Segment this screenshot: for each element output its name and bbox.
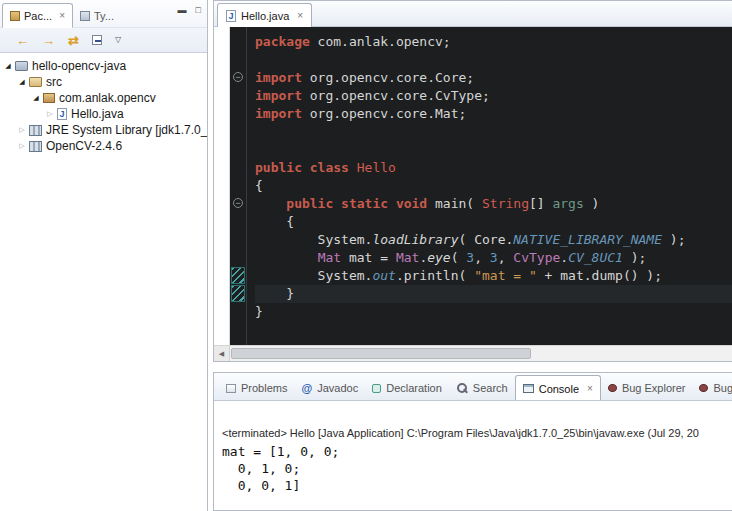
- editor-panel: J Hello.java × −− package com.anlak.open…: [213, 0, 732, 362]
- code-line[interactable]: import org.opencv.core.CvType;: [255, 87, 732, 105]
- tree-item-label: Hello.java: [71, 107, 124, 121]
- code-line[interactable]: package com.anlak.opencv;: [255, 33, 732, 51]
- expanded-arrow-icon[interactable]: ◢: [2, 62, 14, 70]
- console-status-line: <terminated> Hello [Java Application] C:…: [222, 427, 732, 439]
- tree-item-src[interactable]: ◢src: [0, 74, 207, 90]
- bug-icon: [608, 384, 617, 392]
- minimize-icon[interactable]: ▬: [178, 5, 187, 15]
- view-tab-label: Console: [539, 383, 579, 395]
- code-line[interactable]: {: [255, 177, 732, 195]
- code-editor[interactable]: −− package com.anlak.opencv; import org.…: [214, 27, 732, 345]
- console-icon: [523, 384, 534, 393]
- tree-item-hello-opencv-java[interactable]: ◢hello-opencv-java: [0, 58, 207, 74]
- code-line[interactable]: import org.opencv.core.Mat;: [255, 105, 732, 123]
- fold-collapse-icon[interactable]: −: [233, 72, 243, 82]
- back-button[interactable]: ←: [16, 34, 29, 47]
- java-file-icon: J: [57, 108, 67, 120]
- editor-tab-hello-java[interactable]: J Hello.java ×: [217, 3, 312, 27]
- annotation-ruler: [214, 27, 230, 345]
- search-icon: [456, 382, 468, 394]
- fold-collapse-icon[interactable]: −: [233, 198, 243, 208]
- console-output-line: 0, 1, 0;: [222, 460, 732, 477]
- view-tab-declaration[interactable]: Declaration: [365, 376, 449, 400]
- code-line[interactable]: {: [255, 213, 732, 231]
- link-with-editor-button[interactable]: ⇄: [68, 34, 79, 47]
- left-tab-area: Pac...×Ty... ▬ □: [0, 0, 207, 27]
- view-tab-label: Javadoc: [317, 382, 358, 394]
- collapse-all-icon: [92, 35, 102, 45]
- code-line[interactable]: public class Hello: [255, 159, 732, 177]
- close-icon[interactable]: ×: [587, 383, 593, 394]
- view-tab-label: Problems: [241, 382, 287, 394]
- console-view: <terminated> Hello [Java Application] C:…: [214, 401, 732, 494]
- project-icon: [15, 61, 28, 71]
- code-line[interactable]: }: [255, 303, 732, 321]
- tree-item-label: JRE System Library [jdk1.7.0_25]: [46, 123, 208, 137]
- annotation-hatch: [231, 267, 245, 284]
- code-line[interactable]: public static void main( String[] args ): [255, 195, 732, 213]
- maximize-icon[interactable]: □: [196, 5, 201, 15]
- view-menu-button[interactable]: ▽: [115, 36, 121, 44]
- tree-item-label: OpenCV-2.4.6: [46, 139, 122, 153]
- code-line[interactable]: System.out.println( "mat = " + mat.dump(…: [255, 267, 732, 285]
- eclipse-window: Pac...×Ty... ▬ □ ← → ⇄ ▽ ◢hello-opencv-j…: [0, 0, 732, 511]
- folding-ruler: −−: [230, 27, 247, 345]
- editor-tab-label: Hello.java: [241, 10, 289, 22]
- close-icon[interactable]: ×: [297, 10, 303, 21]
- collapsed-arrow-icon[interactable]: ▷: [16, 142, 28, 150]
- view-tab-label: Declaration: [386, 382, 442, 394]
- console-output[interactable]: mat = [1, 0, 0; 0, 1, 0; 0, 0, 1]: [222, 443, 732, 494]
- forward-button[interactable]: →: [42, 34, 55, 47]
- view-tab-javadoc[interactable]: @Javadoc: [294, 376, 365, 400]
- code-line[interactable]: [255, 51, 732, 69]
- code-line[interactable]: [255, 123, 732, 141]
- view-tab-ty[interactable]: Ty...: [73, 4, 121, 27]
- view-tab-console[interactable]: Console×: [515, 375, 601, 401]
- view-tab-pac[interactable]: Pac...×: [2, 3, 73, 28]
- library-icon: [29, 141, 42, 152]
- close-icon[interactable]: ×: [59, 10, 65, 21]
- collapsed-arrow-icon[interactable]: ▷: [44, 110, 56, 118]
- package-explorer-toolbar: ← → ⇄ ▽: [0, 27, 207, 52]
- scrollbar-thumb[interactable]: [231, 348, 531, 359]
- code-line[interactable]: import org.opencv.core.Core;: [255, 69, 732, 87]
- java-file-icon: J: [226, 10, 236, 22]
- tree-item-label: hello-opencv-java: [32, 59, 126, 73]
- library-icon: [29, 125, 42, 136]
- code-area[interactable]: package com.anlak.opencv; import org.ope…: [247, 27, 732, 345]
- collapse-all-button[interactable]: [92, 34, 102, 47]
- scroll-left-arrow-icon[interactable]: ◀: [214, 346, 230, 361]
- expanded-arrow-icon[interactable]: ◢: [16, 78, 28, 86]
- javadoc-icon: @: [301, 382, 312, 394]
- annotation-hatch: [231, 285, 245, 302]
- project-tree: ◢hello-opencv-java◢src◢com.anlak.opencv▷…: [0, 53, 207, 154]
- view-tab-bug[interactable]: Bug: [692, 376, 732, 400]
- package-explorer-header: Pac...×Ty... ▬ □ ← → ⇄ ▽: [0, 0, 207, 53]
- problems-icon: [226, 384, 236, 393]
- editor-tab-bar: J Hello.java ×: [214, 1, 732, 27]
- code-line[interactable]: System.loadLibrary( Core.NATIVE_LIBRARY_…: [255, 231, 732, 249]
- code-line[interactable]: [255, 141, 732, 159]
- tree-item-com-anlak-opencv[interactable]: ◢com.anlak.opencv: [0, 90, 207, 106]
- horizontal-scrollbar[interactable]: ◀: [214, 345, 732, 361]
- bug-icon: [699, 384, 708, 392]
- tree-item-hello-java[interactable]: ▷JHello.java: [0, 106, 207, 122]
- view-tab-label: Ty...: [94, 10, 114, 22]
- code-line[interactable]: Mat mat = Mat.eye( 3, 3, CvType.CV_8UC1 …: [255, 249, 732, 267]
- collapsed-arrow-icon[interactable]: ▷: [16, 126, 28, 134]
- tree-item-jre-system-library-jdk1-7-0-25[interactable]: ▷JRE System Library [jdk1.7.0_25]: [0, 122, 207, 138]
- declaration-icon: [372, 384, 381, 393]
- tree-item-label: src: [46, 75, 62, 89]
- type-hierarchy-icon: [80, 11, 90, 21]
- console-output-line: mat = [1, 0, 0;: [222, 443, 732, 460]
- src-folder-icon: [29, 77, 42, 87]
- tree-item-label: com.anlak.opencv: [59, 91, 156, 105]
- code-line[interactable]: }: [255, 285, 732, 303]
- view-tab-search[interactable]: Search: [449, 376, 515, 400]
- bottom-tab-row: Problems@JavadocDeclarationSearchConsole…: [214, 373, 732, 401]
- tree-item-opencv-2-4-6[interactable]: ▷OpenCV-2.4.6: [0, 138, 207, 154]
- view-tab-problems[interactable]: Problems: [219, 376, 294, 400]
- expanded-arrow-icon[interactable]: ◢: [30, 94, 42, 102]
- view-tab-bug-explorer[interactable]: Bug Explorer: [601, 376, 693, 400]
- panel-window-buttons: ▬ □: [178, 5, 201, 15]
